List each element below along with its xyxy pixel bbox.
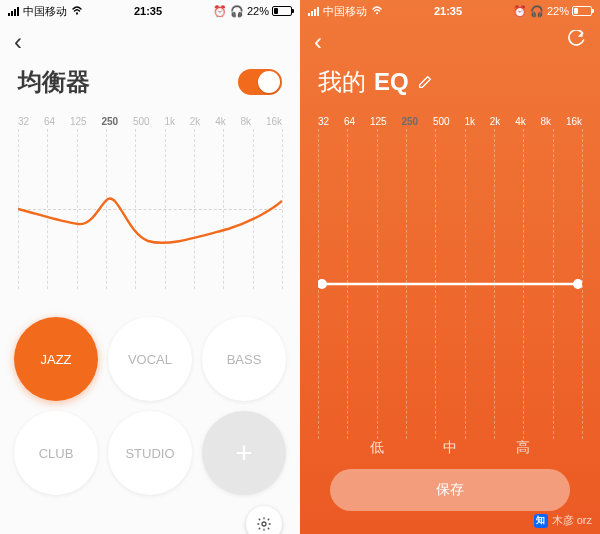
preset-grid: JAZZVOCALBASSCLUBSTUDIO+ (0, 289, 300, 495)
grid-line (582, 129, 583, 439)
freq-label: 500 (433, 116, 450, 127)
freq-label: 1k (164, 116, 175, 127)
battery-pct: 22% (547, 5, 569, 17)
wifi-icon (71, 5, 83, 17)
title-part-a: 我的 (318, 66, 366, 98)
eq-editor[interactable] (318, 129, 582, 439)
save-button[interactable]: 保存 (330, 469, 570, 511)
title-part-b: EQ (374, 68, 409, 96)
freq-label: 16k (266, 116, 282, 127)
zhihu-icon: 知 (534, 514, 548, 528)
battery-pct: 22% (247, 5, 269, 17)
tone-tabs: 低中高 (300, 439, 600, 469)
page-title: 均衡器 (18, 66, 90, 98)
carrier-label: 中国移动 (323, 4, 367, 19)
freq-label: 16k (566, 116, 582, 127)
eq-chart[interactable] (18, 129, 282, 289)
alarm-icon: ⏰ (513, 5, 527, 18)
battery-icon (272, 6, 292, 16)
freq-label: 4k (515, 116, 526, 127)
tone-tab[interactable]: 高 (516, 439, 530, 457)
back-button[interactable]: ‹ (314, 30, 322, 54)
eq-line[interactable] (318, 129, 582, 439)
freq-label: 64 (44, 116, 55, 127)
freq-label: 125 (70, 116, 87, 127)
svg-point-0 (76, 12, 78, 14)
headphones-icon: 🎧 (230, 5, 244, 18)
freq-label: 4k (215, 116, 226, 127)
battery-icon (572, 6, 592, 16)
freq-label: 500 (133, 116, 150, 127)
freq-label: 8k (541, 116, 552, 127)
eq-toggle[interactable] (238, 69, 282, 95)
edit-icon[interactable] (417, 68, 433, 96)
freq-label: 2k (190, 116, 201, 127)
settings-button[interactable] (246, 506, 282, 534)
preset-vocal[interactable]: VOCAL (108, 317, 192, 401)
tone-tab[interactable]: 中 (443, 439, 457, 457)
signal-icon (8, 7, 19, 16)
status-bar: 中国移动 21:35 ⏰ 🎧 22% (300, 0, 600, 22)
status-bar: 中国移动 21:35 ⏰ 🎧 22% (0, 0, 300, 22)
svg-point-5 (573, 279, 582, 289)
page-title: 我的 EQ (318, 66, 433, 98)
svg-point-1 (262, 522, 266, 526)
wifi-icon (371, 5, 383, 17)
reset-button[interactable] (566, 30, 586, 54)
freq-label: 1k (464, 116, 475, 127)
preset-bass[interactable]: BASS (202, 317, 286, 401)
svg-point-2 (376, 12, 378, 14)
eq-curve (18, 129, 282, 289)
headphones-icon: 🎧 (530, 5, 544, 18)
freq-label: 2k (490, 116, 501, 127)
tone-tab[interactable]: 低 (370, 439, 384, 457)
freq-label: 8k (241, 116, 252, 127)
grid-line (282, 129, 283, 289)
preset-jazz[interactable]: JAZZ (14, 317, 98, 401)
freq-axis: 32641252505001k2k4k8k16k (300, 108, 600, 129)
carrier-label: 中国移动 (23, 4, 67, 19)
back-button[interactable]: ‹ (14, 30, 22, 54)
watermark: 知 木彦 orz (534, 513, 592, 528)
signal-icon (308, 7, 319, 16)
freq-axis: 32641252505001k2k4k8k16k (0, 108, 300, 129)
freq-label: 250 (401, 116, 418, 127)
freq-label: 125 (370, 116, 387, 127)
alarm-icon: ⏰ (213, 5, 227, 18)
clock: 21:35 (134, 5, 162, 17)
preset-club[interactable]: CLUB (14, 411, 98, 495)
freq-label: 32 (318, 116, 329, 127)
freq-label: 64 (344, 116, 355, 127)
freq-label: 32 (18, 116, 29, 127)
add-preset-button[interactable]: + (202, 411, 286, 495)
watermark-text: 木彦 orz (552, 513, 592, 528)
freq-label: 250 (101, 116, 118, 127)
preset-studio[interactable]: STUDIO (108, 411, 192, 495)
svg-point-4 (318, 279, 327, 289)
clock: 21:35 (434, 5, 462, 17)
